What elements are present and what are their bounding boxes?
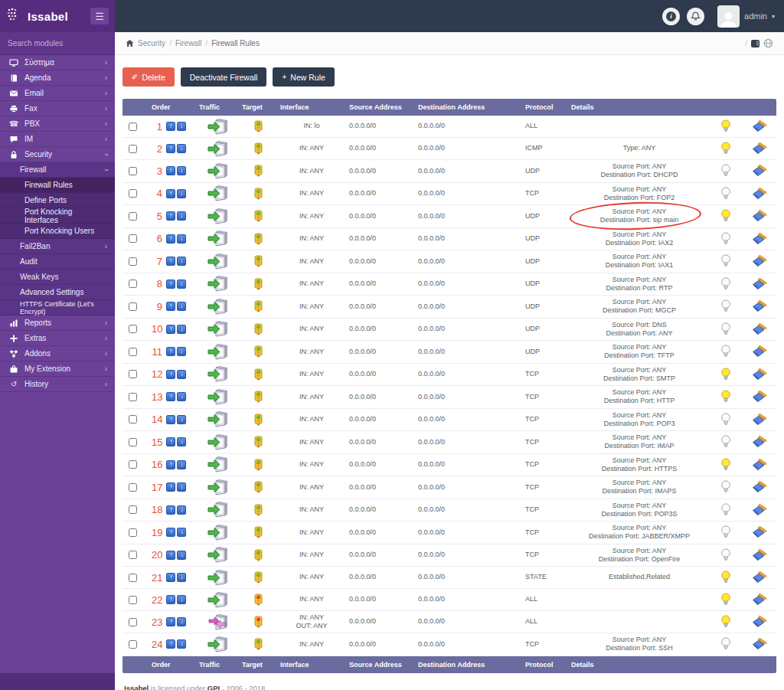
row-select-checkbox[interactable]: [129, 640, 137, 649]
row-select-checkbox[interactable]: [129, 393, 137, 401]
row-select-checkbox[interactable]: [129, 460, 137, 469]
row-select-checkbox[interactable]: [129, 189, 137, 198]
row-select-checkbox[interactable]: [129, 528, 137, 537]
rule-enabled-bulb-icon[interactable]: [720, 209, 731, 223]
move-down-button[interactable]: ↓: [177, 370, 186, 379]
row-select-checkbox[interactable]: [129, 596, 137, 604]
breadcrumb-security[interactable]: Security: [138, 39, 165, 47]
move-up-button[interactable]: ↑: [166, 460, 175, 469]
rule-disabled-bulb-icon[interactable]: [720, 299, 731, 313]
row-select-checkbox[interactable]: [129, 574, 137, 582]
move-down-button[interactable]: ↓: [177, 234, 186, 244]
move-up-button[interactable]: ↑: [166, 189, 175, 198]
move-up-button[interactable]: ↑: [166, 528, 175, 537]
move-down-button[interactable]: ↓: [177, 415, 186, 424]
home-icon[interactable]: [126, 39, 134, 47]
sidebar-item-addons[interactable]: Addons›: [0, 346, 115, 361]
rule-enabled-bulb-icon[interactable]: [720, 119, 731, 133]
panel-toggle-icon[interactable]: [751, 40, 760, 47]
move-up-button[interactable]: ↑: [166, 551, 175, 560]
edit-rule-icon[interactable]: [751, 164, 767, 178]
edit-rule-icon[interactable]: [751, 480, 767, 494]
sidebar-item-fax[interactable]: Fax›: [0, 101, 115, 116]
edit-rule-icon[interactable]: [751, 368, 767, 381]
move-up-button[interactable]: ↑: [166, 234, 175, 244]
row-select-checkbox[interactable]: [129, 212, 137, 221]
sidebar-item-im[interactable]: IM›: [0, 132, 115, 147]
edit-rule-icon[interactable]: [751, 458, 767, 472]
rule-disabled-bulb-icon[interactable]: [720, 435, 731, 449]
breadcrumb-firewall[interactable]: Firewall: [175, 39, 201, 47]
edit-rule-icon[interactable]: [751, 503, 767, 517]
edit-rule-icon[interactable]: [751, 615, 767, 629]
move-down-button[interactable]: ↓: [177, 595, 186, 604]
sidebar-item-define-ports[interactable]: Define Ports: [0, 193, 115, 208]
edit-rule-icon[interactable]: [751, 254, 767, 268]
move-up-button[interactable]: ↑: [166, 370, 175, 379]
rule-disabled-bulb-icon[interactable]: [720, 345, 731, 358]
rule-disabled-bulb-icon[interactable]: [720, 187, 731, 201]
rule-enabled-bulb-icon[interactable]: [720, 458, 731, 472]
sidebar-item-firewall-rules[interactable]: Firewall Rules: [0, 178, 115, 193]
edit-rule-icon[interactable]: [751, 390, 767, 404]
sidebar-item-fail2ban[interactable]: Fail2Ban›: [0, 239, 115, 254]
notifications-button[interactable]: [687, 8, 704, 25]
move-down-button[interactable]: ↓: [177, 347, 186, 356]
row-select-checkbox[interactable]: [129, 348, 137, 356]
move-down-button[interactable]: ↓: [177, 437, 186, 446]
sidebar-item-system[interactable]: Σύστημα›: [0, 55, 115, 70]
row-select-checkbox[interactable]: [129, 618, 137, 626]
move-down-button[interactable]: ↓: [177, 166, 186, 175]
edit-rule-icon[interactable]: [751, 299, 767, 313]
move-up-button[interactable]: ↑: [166, 166, 175, 175]
row-select-checkbox[interactable]: [129, 167, 137, 175]
deactivate-firewall-button[interactable]: Deactivate Firewall: [181, 67, 267, 87]
edit-rule-icon[interactable]: [751, 525, 767, 539]
row-select-checkbox[interactable]: [129, 325, 137, 333]
edit-rule-icon[interactable]: [751, 435, 767, 449]
move-up-button[interactable]: ↑: [166, 617, 175, 626]
edit-rule-icon[interactable]: [751, 209, 767, 223]
rule-enabled-bulb-icon[interactable]: [720, 142, 731, 155]
move-up-button[interactable]: ↑: [166, 302, 175, 311]
move-down-button[interactable]: ↓: [177, 528, 186, 537]
rule-disabled-bulb-icon[interactable]: [720, 503, 731, 517]
rule-disabled-bulb-icon[interactable]: [720, 232, 731, 246]
rule-enabled-bulb-icon[interactable]: [720, 368, 731, 381]
sidebar-item-pbx[interactable]: ☎ PBX›: [0, 116, 115, 132]
move-up-button[interactable]: ↑: [166, 595, 175, 604]
move-up-button[interactable]: ↑: [166, 482, 175, 492]
sidebar-item-agenda[interactable]: Agenda›: [0, 70, 115, 86]
move-down-button[interactable]: ↓: [177, 617, 186, 626]
move-up-button[interactable]: ↑: [166, 573, 175, 582]
move-down-button[interactable]: ↓: [177, 505, 186, 515]
move-down-button[interactable]: ↓: [177, 482, 186, 492]
move-up-button[interactable]: ↑: [166, 211, 175, 221]
move-up-button[interactable]: ↑: [166, 325, 175, 334]
row-select-checkbox[interactable]: [129, 438, 137, 446]
globe-icon[interactable]: [763, 38, 773, 48]
move-down-button[interactable]: ↓: [177, 573, 186, 582]
row-select-checkbox[interactable]: [129, 234, 137, 243]
delete-button[interactable]: ✐ Delete: [122, 67, 175, 87]
move-down-button[interactable]: ↓: [177, 122, 186, 131]
move-down-button[interactable]: ↓: [177, 325, 186, 334]
edit-rule-icon[interactable]: [751, 413, 767, 427]
sidebar-toggle-button[interactable]: ☰: [90, 8, 109, 25]
edit-rule-icon[interactable]: [751, 187, 767, 201]
sidebar-item-email[interactable]: Email›: [0, 86, 115, 101]
sidebar-item-extras[interactable]: Extras›: [0, 331, 115, 346]
move-up-button[interactable]: ↑: [166, 144, 175, 153]
move-down-button[interactable]: ↓: [177, 257, 186, 266]
edit-rule-icon[interactable]: [751, 119, 767, 133]
move-up-button[interactable]: ↑: [166, 280, 175, 289]
rule-disabled-bulb-icon[interactable]: [720, 525, 731, 539]
move-down-button[interactable]: ↓: [177, 144, 186, 153]
rule-enabled-bulb-icon[interactable]: [720, 615, 731, 629]
row-select-checkbox[interactable]: [129, 280, 137, 288]
move-up-button[interactable]: ↑: [166, 122, 175, 131]
move-up-button[interactable]: ↑: [166, 257, 175, 266]
move-down-button[interactable]: ↓: [177, 460, 186, 469]
row-select-checkbox[interactable]: [129, 551, 137, 559]
row-select-checkbox[interactable]: [129, 145, 137, 153]
